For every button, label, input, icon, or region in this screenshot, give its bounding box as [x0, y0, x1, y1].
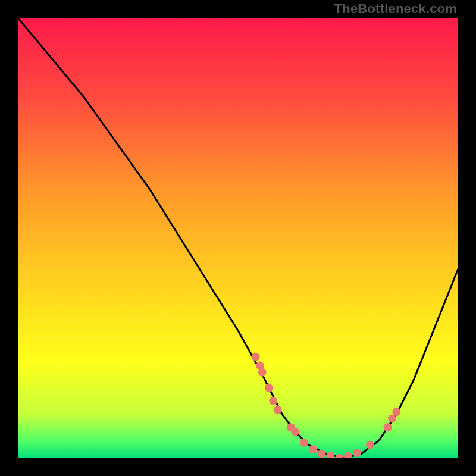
marker-point [274, 406, 282, 414]
marker-point [265, 384, 273, 392]
marker-point [258, 368, 267, 377]
marker-point [318, 450, 326, 458]
marker-point [353, 449, 361, 457]
marker-point [366, 441, 374, 449]
chart-frame: TheBottleneck.com [0, 0, 476, 476]
marker-point [300, 439, 308, 447]
marker-point [291, 428, 299, 436]
watermark-text: TheBottleneck.com [334, 1, 457, 17]
plot-area [18, 18, 458, 458]
marker-point [309, 445, 317, 453]
marker-point [384, 423, 392, 431]
chart-svg [18, 18, 458, 458]
marker-point [252, 353, 260, 361]
marker-point [392, 408, 400, 416]
gradient-background [18, 18, 458, 458]
marker-point [269, 397, 277, 405]
